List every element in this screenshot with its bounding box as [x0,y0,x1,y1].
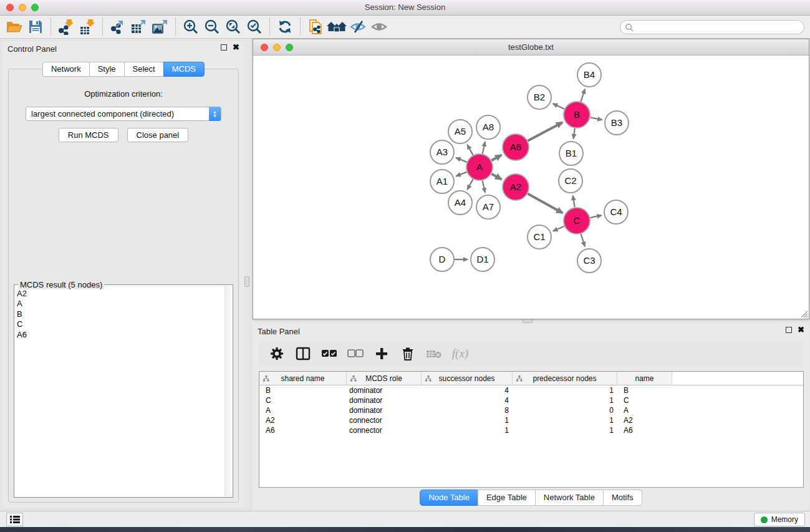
window-resize-grip[interactable] [799,309,808,318]
table-row[interactable]: C dominator 4 1 C [259,395,803,405]
tab-style[interactable]: Style [89,62,125,77]
tab-mcds[interactable]: MCDS [163,62,205,77]
graph-node[interactable]: B3 [605,111,629,135]
tab-motifs[interactable]: Motifs [603,490,642,506]
cell-predecessor-nodes[interactable]: 0 [513,406,617,415]
column-header-shared-name[interactable]: shared name [259,372,347,385]
cell-name[interactable]: A6 [617,426,672,435]
clone-network-button[interactable] [305,17,326,36]
graph-node[interactable]: B1 [559,142,583,165]
cell-predecessor-nodes[interactable]: 1 [513,386,617,395]
graph-edge[interactable] [590,215,601,218]
criterion-dropdown[interactable]: largest connected component (directed) ▲… [26,107,221,121]
graph-node[interactable]: C2 [559,169,582,193]
node-table[interactable]: shared name MCDS role successor nodes pr… [259,371,804,488]
refresh-button[interactable] [274,17,296,36]
graph-node[interactable]: D1 [471,248,494,271]
cell-mcds-role[interactable]: dominator [347,396,422,405]
hide-graphics-details-button[interactable] [347,17,369,36]
graph-node[interactable]: C4 [604,200,628,224]
cell-mcds-role[interactable]: dominator [347,386,422,395]
column-header-predecessor-nodes[interactable]: predecessor nodes [513,372,617,385]
close-panel-icon[interactable]: ✖ [798,327,804,333]
table-row[interactable]: B dominator 4 1 B [259,385,803,395]
table-settings-button[interactable] [265,344,289,364]
cell-successor-nodes[interactable]: 4 [422,396,513,405]
float-panel-icon[interactable] [786,327,792,333]
graph-node[interactable]: A8 [476,115,500,139]
cell-successor-nodes[interactable]: 1 [422,426,513,435]
table-row[interactable]: A6 connector 1 1 A6 [259,425,803,435]
graph-edge[interactable] [467,179,473,190]
select-all-button[interactable] [317,344,341,364]
column-header-successor-nodes[interactable]: successor nodes [422,372,513,385]
close-panel-button[interactable]: Close panel [127,128,189,142]
graph-node[interactable]: A7 [476,195,500,219]
cell-mcds-role[interactable]: connector [347,416,422,425]
graph-edge[interactable] [553,226,564,231]
table-row[interactable]: A dominator 8 0 A [259,405,803,415]
graph-edge[interactable] [491,174,501,180]
float-panel-icon[interactable] [221,44,227,51]
graph-edge[interactable] [591,117,602,120]
graph-edge[interactable] [573,128,574,138]
graph-node[interactable]: B [564,102,590,128]
zoom-fit-button[interactable] [223,17,244,36]
graph-edge[interactable] [483,180,485,192]
cell-name[interactable]: B [617,386,672,395]
graph-node[interactable]: A2 [503,174,529,200]
cell-name[interactable]: C [617,396,672,405]
cell-shared-name[interactable]: A [259,406,347,415]
tab-edge-table[interactable]: Edge Table [478,490,536,506]
column-header-name[interactable]: name [617,372,672,385]
table-row[interactable]: A2 connector 1 1 A2 [259,415,803,425]
graph-edge[interactable] [456,172,466,177]
search-field[interactable] [620,20,804,34]
close-panel-icon[interactable]: ✖ [233,44,239,51]
search-input[interactable] [636,23,792,32]
scrollbar-track[interactable] [224,286,232,496]
list-item[interactable]: B [17,309,224,319]
list-item[interactable]: C [17,319,224,329]
graph-node[interactable]: B4 [577,63,601,87]
cell-shared-name[interactable]: A6 [259,426,347,435]
delete-table-button[interactable] [422,344,446,364]
create-column-button[interactable] [370,344,393,364]
list-item[interactable]: A2 [17,289,224,299]
memory-button[interactable]: Memory [754,513,805,526]
graph-node[interactable]: A3 [430,140,454,164]
graph-node[interactable]: A5 [448,120,472,143]
list-item[interactable]: A [17,299,224,309]
graph-edge[interactable] [483,142,485,153]
cell-name[interactable]: A [617,406,672,415]
cell-shared-name[interactable]: B [259,386,347,395]
graph-edge[interactable] [553,104,564,109]
cell-predecessor-nodes[interactable]: 1 [513,416,617,425]
graph-node[interactable]: A4 [448,191,472,215]
tab-network[interactable]: Network [42,62,90,77]
show-task-history-button[interactable] [6,513,23,526]
cell-predecessor-nodes[interactable]: 1 [513,396,617,405]
export-image-button[interactable] [150,17,171,36]
graph-edge[interactable] [467,145,473,155]
tab-network-table[interactable]: Network Table [535,490,604,506]
list-item[interactable]: A6 [17,330,224,340]
cell-successor-nodes[interactable]: 1 [422,416,513,425]
graph-edge[interactable] [573,196,575,208]
tab-node-table[interactable]: Node Table [420,490,478,506]
graph-node[interactable]: C3 [577,249,601,273]
delete-column-button[interactable] [396,344,420,364]
network-window-titlebar[interactable]: testGlobe.txt [253,39,809,56]
graph-edge[interactable] [528,122,562,141]
cell-successor-nodes[interactable]: 8 [422,406,513,415]
zoom-in-button[interactable] [180,17,201,36]
graph-edge[interactable] [491,155,501,161]
save-session-button[interactable] [25,17,46,36]
zoom-selected-button[interactable] [244,17,265,36]
deselect-all-button[interactable] [344,344,367,364]
graph-edge[interactable] [456,158,466,162]
cell-successor-nodes[interactable]: 4 [422,386,513,395]
graph-node[interactable]: A1 [430,170,454,193]
graph-node[interactable]: B2 [528,85,551,109]
vertical-splitter-handle[interactable] [244,276,249,287]
